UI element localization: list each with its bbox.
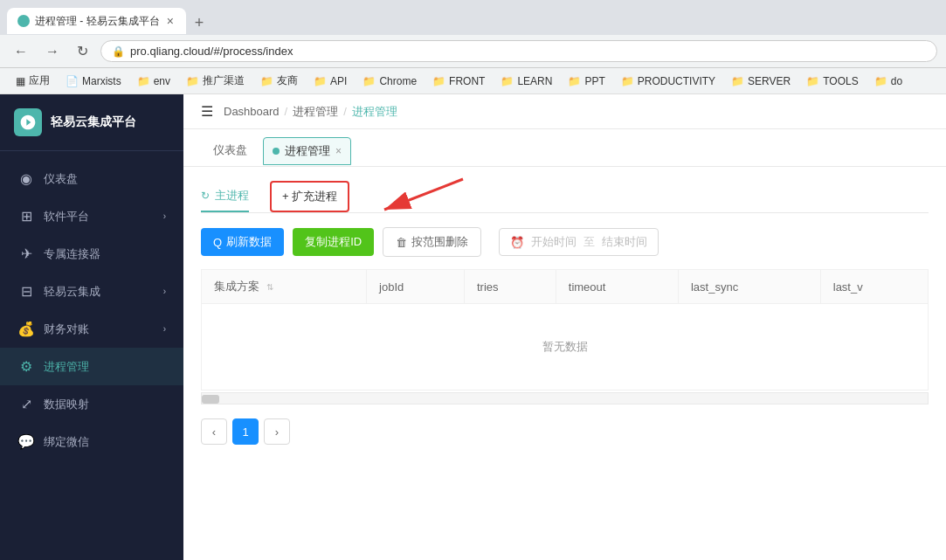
copy-process-id-label: 复制进程ID <box>305 234 362 250</box>
refresh-icon: ↻ <box>201 190 210 202</box>
bookmark-do[interactable]: 📁 do <box>867 73 909 90</box>
pagination-page-1[interactable]: 1 <box>232 418 259 445</box>
bookmark-apps[interactable]: ▦ 应用 <box>9 71 57 91</box>
bookmark-env[interactable]: 📁 env <box>130 73 177 90</box>
delete-by-range-button[interactable]: 🗑 按范围删除 <box>383 227 481 257</box>
bookmark-api[interactable]: 📁 API <box>307 73 354 90</box>
sidebar: 轻易云集成平台 ◉ 仪表盘 ⊞ 软件平台 › ✈ 专属连接器 ⊟ <box>0 94 183 560</box>
wechat-icon: 💬 <box>17 433 35 450</box>
sidebar-item-integration[interactable]: ⊟ 轻易云集成 › <box>0 273 183 310</box>
menu-icon[interactable]: ☰ <box>201 103 213 120</box>
software-icon: ⊞ <box>17 208 35 225</box>
sidebar-item-software[interactable]: ⊞ 软件平台 › <box>0 197 183 235</box>
sidebar-item-dashboard[interactable]: ◉ 仪表盘 <box>0 160 183 197</box>
apps-icon: ▦ <box>16 75 25 87</box>
date-end-placeholder: 结束时间 <box>602 234 647 250</box>
bookmark-label: 推广渠道 <box>203 73 245 88</box>
breadcrumb-dashboard[interactable]: Dashboard <box>224 105 280 118</box>
address-bar[interactable]: 🔒 pro.qliang.cloud/#/process/index <box>100 40 937 62</box>
bookmark-ppt[interactable]: 📁 PPT <box>561 73 611 90</box>
bookmark-marxists[interactable]: 📄 Marxists <box>59 73 128 90</box>
delete-by-range-label: 按范围删除 <box>411 234 468 250</box>
date-start-placeholder: 开始时间 <box>531 234 577 250</box>
chevron-right-icon: › <box>163 287 166 296</box>
pagination-prev[interactable]: ‹ <box>201 418 227 445</box>
date-range-picker[interactable]: ⏰ 开始时间 至 结束时间 <box>499 228 659 256</box>
refresh-button[interactable]: ↻ <box>72 40 93 62</box>
sidebar-item-finance[interactable]: 💰 财务对账 › <box>0 310 183 348</box>
process-tabs: ↻ 主进程 + 扩充进程 <box>201 181 929 213</box>
refresh-data-label: 刷新数据 <box>226 234 272 250</box>
sidebar-navigation: ◉ 仪表盘 ⊞ 软件平台 › ✈ 专属连接器 ⊟ 轻易云集成 › <box>0 151 183 560</box>
sort-icon[interactable]: ⇅ <box>266 282 273 292</box>
tab-title: 进程管理 - 轻易云集成平台 <box>35 14 160 29</box>
search-icon: Q <box>213 236 222 249</box>
sidebar-item-datamapping[interactable]: ⤢ 数据映射 <box>0 385 183 423</box>
back-button[interactable]: ← <box>9 41 33 62</box>
folder-icon: 📁 <box>186 75 199 87</box>
breadcrumb-separator: / <box>343 105 347 118</box>
bookmark-learn[interactable]: 📁 LEARN <box>494 73 559 90</box>
col-jobid: jobId <box>367 270 465 304</box>
horizontal-scrollbar[interactable] <box>201 392 929 404</box>
chevron-right-icon: › <box>163 211 166 221</box>
bookmark-front[interactable]: 📁 FRONT <box>425 73 492 90</box>
active-browser-tab[interactable]: 进程管理 - 轻易云集成平台 × <box>7 8 186 34</box>
tab-process-management[interactable]: 进程管理 × <box>263 137 351 165</box>
content-area: ↻ 主进程 + 扩充进程 Q 刷新数据 复制进程ID <box>183 167 946 560</box>
col-integration-plan: 集成方案 ⇅ <box>202 270 367 304</box>
bookmark-server[interactable]: 📁 SERVER <box>724 73 798 90</box>
sidebar-item-label: 绑定微信 <box>44 434 89 450</box>
process-tab-expand-label: + 扩充进程 <box>282 189 337 204</box>
folder-icon: 📁 <box>432 75 445 87</box>
tab-favicon <box>17 15 30 27</box>
table-body: 暂无数据 <box>202 304 929 391</box>
sidebar-logo: 轻易云集成平台 <box>0 94 183 151</box>
bookmark-tools[interactable]: 📁 TOOLS <box>799 73 865 90</box>
table-header: 集成方案 ⇅ jobId tries timeout last_sync las… <box>202 270 929 304</box>
bookmark-chrome[interactable]: 📁 Chrome <box>356 73 424 90</box>
scrollbar-thumb[interactable] <box>202 395 219 404</box>
sidebar-item-connector[interactable]: ✈ 专属连接器 <box>0 235 183 273</box>
delete-icon: 🗑 <box>396 236 407 249</box>
folder-icon: 📁 <box>260 75 273 87</box>
sidebar-item-wechat[interactable]: 💬 绑定微信 <box>0 423 183 460</box>
breadcrumb: ☰ Dashboard / 进程管理 / 进程管理 <box>183 94 946 129</box>
col-timeout: timeout <box>556 270 678 304</box>
table-toolbar: Q 刷新数据 复制进程ID 🗑 按范围删除 ⏰ 开始时间 至 结束时间 <box>201 227 929 257</box>
bookmark-label: API <box>330 75 347 87</box>
browser-tabs: 进程管理 - 轻易云集成平台 × + <box>7 8 211 34</box>
bookmark-promo[interactable]: 📁 推广渠道 <box>179 71 252 91</box>
pagination: ‹ 1 › <box>201 418 929 445</box>
sidebar-item-process[interactable]: ⚙ 进程管理 <box>0 348 183 385</box>
chevron-right-icon: › <box>163 324 166 334</box>
new-tab-button[interactable]: + <box>188 11 211 34</box>
breadcrumb-process-mgmt[interactable]: 进程管理 <box>293 104 338 120</box>
process-tab-main[interactable]: ↻ 主进程 <box>201 181 249 212</box>
tab-close-button[interactable]: × <box>165 13 176 29</box>
tab-active-close[interactable]: × <box>335 145 342 157</box>
tab-dashboard[interactable]: 仪表盘 <box>201 136 259 166</box>
datamapping-icon: ⤢ <box>17 396 35 412</box>
breadcrumb-separator: / <box>285 105 288 118</box>
copy-process-id-button[interactable]: 复制进程ID <box>293 228 374 256</box>
pagination-next[interactable]: › <box>264 418 290 445</box>
sidebar-item-label: 数据映射 <box>44 397 89 412</box>
dashboard-icon: ◉ <box>17 170 35 187</box>
browser-toolbar: ← → ↻ 🔒 pro.qliang.cloud/#/process/index <box>0 35 946 68</box>
page-tabs-bar: 仪表盘 进程管理 × <box>183 129 946 167</box>
bookmark-label: FRONT <box>449 75 485 87</box>
bookmark-youshang[interactable]: 📁 友商 <box>253 71 305 91</box>
address-text: pro.qliang.cloud/#/process/index <box>130 45 293 58</box>
integration-icon: ⊟ <box>17 283 35 300</box>
sidebar-item-label: 仪表盘 <box>44 171 78 187</box>
refresh-data-button[interactable]: Q 刷新数据 <box>201 228 284 256</box>
date-range-separator: 至 <box>583 234 595 250</box>
bookmark-productivity[interactable]: 📁 PRODUCTIVITY <box>614 73 722 90</box>
connector-icon: ✈ <box>17 245 35 262</box>
process-tab-main-label: 主进程 <box>215 188 249 204</box>
process-tab-expand[interactable]: + 扩充进程 <box>270 181 349 212</box>
forward-button[interactable]: → <box>40 41 65 62</box>
folder-icon: 📁 <box>314 75 327 87</box>
folder-icon: 📁 <box>568 75 581 87</box>
